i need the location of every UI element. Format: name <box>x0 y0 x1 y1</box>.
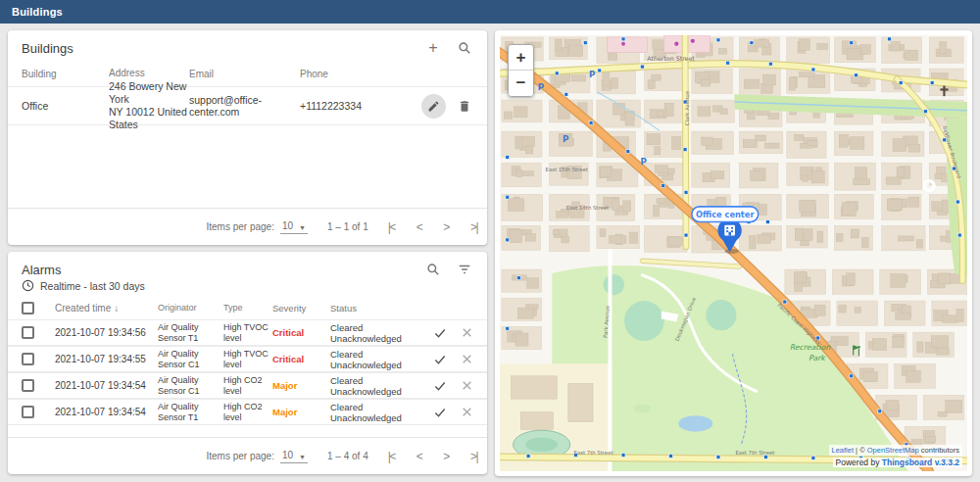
filter-icon <box>458 264 471 275</box>
svg-text:East 7th Street: East 7th Street <box>735 450 774 456</box>
map-attribution: Leaflet | © OpenStreetMap contributors <box>829 445 963 456</box>
col-header-type[interactable]: Type <box>223 303 272 313</box>
col-header-originator[interactable]: Originator <box>158 303 223 313</box>
alarm-row[interactable]: 2021-10-07 19:34:55 Air Quality Sensor C… <box>8 346 487 372</box>
last-page-button[interactable]: >| <box>470 450 477 463</box>
prev-page-button[interactable]: < <box>416 220 422 234</box>
alarm-severity: Critical <box>272 327 330 338</box>
alarms-search-button[interactable] <box>424 261 442 278</box>
alarms-card-title: Alarms <box>22 263 61 277</box>
office-tooltip[interactable]: Office center <box>692 207 759 222</box>
first-page-button[interactable]: |< <box>388 450 395 463</box>
map-viewport[interactable]: + − <box>500 35 967 471</box>
alarms-card: Alarms Realtime - last 30 days <box>8 252 487 474</box>
col-header-severity[interactable]: Severity <box>272 303 330 313</box>
alarms-table-header: Created time↓ Originator Type Severity S… <box>8 296 487 319</box>
col-header-building[interactable]: Building <box>22 69 109 79</box>
col-header-email[interactable]: Email <box>189 69 300 79</box>
first-page-button[interactable]: |< <box>388 220 395 234</box>
alarm-status: Cleared Unacknowledged <box>330 402 422 423</box>
search-icon <box>426 263 440 276</box>
svg-text:East 14th Street: East 14th Street <box>566 205 609 211</box>
acknowledge-icon[interactable] <box>433 326 447 340</box>
map-zoom-control: + − <box>508 44 534 97</box>
svg-text:East 15th Street: East 15th Street <box>546 167 588 172</box>
col-header-status[interactable]: Status <box>330 303 422 313</box>
svg-text:Park: Park <box>808 354 826 362</box>
thingsboard-link[interactable]: Thingsboard v.3.3.2 <box>882 458 959 467</box>
alarm-originator: Air Quality Sensor T1 <box>158 402 223 423</box>
buildings-card-header: Buildings + <box>8 30 487 61</box>
col-header-created-time[interactable]: Created time↓ <box>55 303 158 313</box>
row-checkbox[interactable] <box>22 406 34 418</box>
trash-icon <box>458 99 471 114</box>
items-per-page-select[interactable]: 10 ▼ <box>280 220 308 234</box>
svg-text:P: P <box>589 70 596 79</box>
row-checkbox[interactable] <box>22 379 34 392</box>
caret-down-icon: ▼ <box>299 454 306 460</box>
zoom-out-button[interactable]: − <box>509 71 533 96</box>
col-header-phone[interactable]: Phone <box>300 69 416 79</box>
alarm-originator: Air Quality Sensor T1 <box>158 322 223 344</box>
next-page-button[interactable]: > <box>443 220 449 234</box>
left-column: Buildings + Building Address Email Phone <box>8 30 487 476</box>
acknowledge-icon[interactable] <box>433 406 447 419</box>
last-page-button[interactable]: >| <box>470 220 477 234</box>
items-per-page-select[interactable]: 10 ▼ <box>280 450 308 463</box>
clear-icon[interactable] <box>461 406 473 418</box>
alarm-type: High TVOC level <box>223 322 272 344</box>
alarm-type: High CO2 level <box>223 375 272 397</box>
alarm-row[interactable]: 2021-10-07 19:34:56 Air Quality Sensor T… <box>8 319 487 346</box>
pencil-icon <box>427 100 440 113</box>
alarms-time-window[interactable]: Realtime - last 30 days <box>8 278 487 296</box>
items-per-page-label: Items per page: <box>206 221 273 232</box>
row-checkbox[interactable] <box>22 353 34 365</box>
delete-building-button[interactable] <box>456 97 473 115</box>
marker-shadow <box>724 249 739 254</box>
page-range-label: 1 – 4 of 4 <box>327 451 368 461</box>
acknowledge-icon[interactable] <box>433 379 447 393</box>
add-building-button[interactable]: + <box>424 39 442 57</box>
clear-icon[interactable] <box>461 326 473 339</box>
building-phone: +1112223334 <box>300 100 416 112</box>
alarm-row[interactable]: 2021-10-07 19:34:54 Air Quality Sensor C… <box>8 372 487 399</box>
search-button[interactable] <box>456 39 473 57</box>
building-table-row[interactable]: Office 246 Bowery New York NY 10012 Unit… <box>8 86 487 125</box>
col-header-address[interactable]: Address <box>109 68 189 80</box>
clear-icon[interactable] <box>461 353 473 365</box>
alarm-created-time: 2021-10-07 19:34:54 <box>55 407 158 417</box>
buildings-table-header: Building Address Email Phone <box>8 61 487 86</box>
alarms-subtitle: Realtime - last 30 days <box>40 280 145 292</box>
building-name: Office <box>22 100 109 112</box>
dashboard-page: Buildings Buildings + Building Add <box>0 0 980 482</box>
alarm-severity: Critical <box>272 354 330 364</box>
svg-text:P: P <box>563 134 569 144</box>
alarm-row[interactable]: 2021-10-07 19:34:54 Air Quality Sensor T… <box>8 399 487 425</box>
alarm-created-time: 2021-10-07 19:34:54 <box>55 380 158 391</box>
search-icon <box>458 41 471 55</box>
osm-link[interactable]: OpenStreetMap <box>867 446 919 455</box>
alarm-severity: Major <box>272 407 330 417</box>
app-header: Buildings <box>0 0 980 24</box>
caret-down-icon: ▼ <box>299 224 306 231</box>
leaflet-link[interactable]: Leaflet <box>832 446 855 455</box>
edit-building-button[interactable] <box>421 94 446 119</box>
acknowledge-icon[interactable] <box>433 353 447 366</box>
clear-icon[interactable] <box>461 379 473 392</box>
office-tooltip-label: Office center <box>696 210 755 219</box>
select-all-checkbox[interactable] <box>22 302 34 314</box>
zoom-in-button[interactable]: + <box>509 45 533 71</box>
map-ballfield <box>706 300 736 330</box>
alarm-status: Cleared Unacknowledged <box>330 322 422 344</box>
svg-text:Clark Avenue: Clark Avenue <box>684 91 690 125</box>
map-canvas[interactable]: Atherton Street East 15th Street East 14… <box>500 35 967 471</box>
dashboard-content: Buildings + Building Address Email Phone <box>0 24 980 482</box>
next-page-button[interactable]: > <box>443 450 449 463</box>
alarm-type: High TVOC level <box>223 349 272 370</box>
map-ballfield <box>624 301 664 341</box>
alarms-filter-button[interactable] <box>456 261 473 278</box>
prev-page-button[interactable]: < <box>416 450 422 463</box>
svg-text:P: P <box>538 82 545 92</box>
row-checkbox[interactable] <box>22 326 34 339</box>
alarm-status: Cleared Unacknowledged <box>330 375 422 397</box>
